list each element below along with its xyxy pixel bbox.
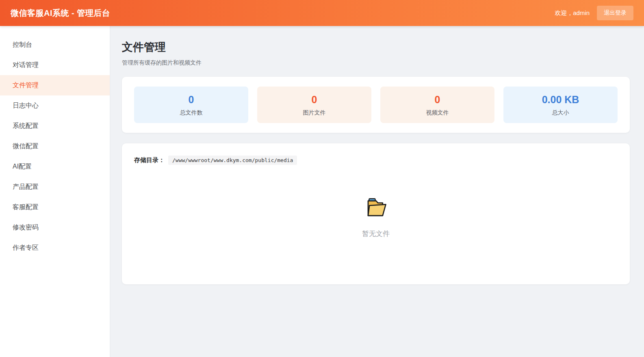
storage-directory-row: 存储目录： /www/wwwroot/www.dkym.com/public/m… xyxy=(134,156,618,165)
stat-label: 总大小 xyxy=(507,109,614,117)
open-folder-icon xyxy=(364,197,388,219)
stat-value: 0 xyxy=(138,93,244,106)
layout: 控制台 对话管理 文件管理 日志中心 系统配置 微信配置 AI配置 产品配置 客… xyxy=(0,26,644,357)
sidebar-item-ai-config[interactable]: AI配置 xyxy=(0,156,110,177)
top-header: 微信客服AI系统 - 管理后台 欢迎，admin 退出登录 xyxy=(0,0,644,26)
sidebar-item-logs[interactable]: 日志中心 xyxy=(0,95,110,116)
stat-value: 0 xyxy=(261,93,367,106)
page-title: 文件管理 xyxy=(122,40,630,54)
sidebar-nav: 控制台 对话管理 文件管理 日志中心 系统配置 微信配置 AI配置 产品配置 客… xyxy=(0,26,110,357)
stats-card: 0 总文件数 0 图片文件 0 视频文件 0.00 KB 总大小 xyxy=(122,77,630,133)
stat-video-files: 0 视频文件 xyxy=(380,87,494,123)
stat-total-files: 0 总文件数 xyxy=(134,87,248,123)
app-title: 微信客服AI系统 - 管理后台 xyxy=(11,8,110,19)
stat-value: 0.00 KB xyxy=(507,93,614,106)
stats-grid: 0 总文件数 0 图片文件 0 视频文件 0.00 KB 总大小 xyxy=(134,87,618,123)
sidebar-item-files[interactable]: 文件管理 xyxy=(0,75,110,95)
sidebar-item-change-password[interactable]: 修改密码 xyxy=(0,217,110,238)
sidebar-item-product-config[interactable]: 产品配置 xyxy=(0,177,110,197)
file-list-card: 存储目录： /www/wwwroot/www.dkym.com/public/m… xyxy=(122,143,630,284)
page-subtitle: 管理所有缓存的图片和视频文件 xyxy=(122,59,630,67)
stat-label: 视频文件 xyxy=(384,109,490,117)
storage-directory-path: /www/wwwroot/www.dkym.com/public/media xyxy=(168,156,297,165)
stat-label: 总文件数 xyxy=(138,109,244,117)
stat-image-files: 0 图片文件 xyxy=(257,87,371,123)
main-content: 文件管理 管理所有缓存的图片和视频文件 0 总文件数 0 图片文件 0 视频文件… xyxy=(110,26,644,357)
storage-directory-label: 存储目录： xyxy=(134,156,165,164)
sidebar-item-conversations[interactable]: 对话管理 xyxy=(0,55,110,75)
header-right: 欢迎，admin 退出登录 xyxy=(555,6,633,20)
welcome-text: 欢迎，admin xyxy=(555,9,590,17)
sidebar-item-author-zone[interactable]: 作者专区 xyxy=(0,238,110,258)
sidebar-item-wechat-config[interactable]: 微信配置 xyxy=(0,136,110,156)
empty-state-text: 暂无文件 xyxy=(362,229,390,238)
stat-total-size: 0.00 KB 总大小 xyxy=(503,87,618,123)
sidebar-item-service-config[interactable]: 客服配置 xyxy=(0,197,110,217)
sidebar-item-system-config[interactable]: 系统配置 xyxy=(0,116,110,136)
empty-state: 暂无文件 xyxy=(134,197,618,238)
sidebar-item-dashboard[interactable]: 控制台 xyxy=(0,35,110,55)
stat-label: 图片文件 xyxy=(261,109,367,117)
logout-button[interactable]: 退出登录 xyxy=(597,6,633,20)
stat-value: 0 xyxy=(384,93,490,106)
